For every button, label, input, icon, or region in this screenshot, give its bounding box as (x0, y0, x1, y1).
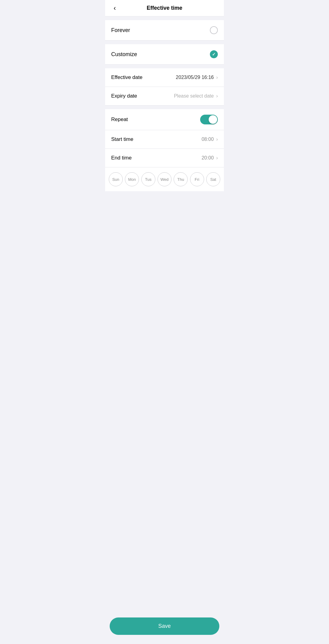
day-thu[interactable]: Thu (174, 172, 188, 186)
page-title: Effective time (147, 5, 182, 11)
day-sat[interactable]: Sat (206, 172, 220, 186)
save-button[interactable]: Save (110, 617, 219, 635)
repeat-row: Repeat (105, 109, 224, 130)
back-button[interactable]: ‹ (111, 4, 118, 13)
expiry-date-value[interactable]: Please select date › (174, 93, 218, 99)
days-row: Sun Mon Tus Wed Thu Fri Sat (105, 167, 224, 191)
day-wed-label: Wed (161, 177, 169, 182)
expiry-date-placeholder: Please select date (174, 93, 214, 99)
effective-date-chevron: › (216, 75, 218, 80)
day-wed[interactable]: Wed (157, 172, 172, 186)
start-time-text: 08:00 (202, 137, 214, 142)
start-time-label: Start time (111, 136, 133, 142)
start-time-row[interactable]: Start time 08:00 › (105, 130, 224, 149)
end-time-chevron: › (216, 155, 218, 161)
forever-label: Forever (111, 27, 130, 34)
forever-option[interactable]: Forever (105, 20, 224, 41)
effective-date-value[interactable]: 2023/05/29 16:16 › (176, 75, 218, 80)
section-gap-2 (105, 41, 224, 44)
effective-date-text: 2023/05/29 16:16 (176, 75, 214, 80)
expiry-date-label: Expiry date (111, 93, 137, 99)
expiry-date-row[interactable]: Expiry date Please select date › (105, 87, 224, 106)
end-time-row[interactable]: End time 20:00 › (105, 149, 224, 167)
header: ‹ Effective time (105, 0, 224, 16)
customize-option[interactable]: Customize (105, 44, 224, 65)
start-time-chevron: › (216, 137, 218, 142)
section-gap-3 (105, 65, 224, 68)
save-button-container: Save (110, 617, 219, 635)
day-tue[interactable]: Tus (141, 172, 155, 186)
section-gap-4 (105, 106, 224, 109)
end-time-text: 20:00 (202, 155, 214, 161)
day-sun-label: Sun (112, 177, 119, 182)
effective-date-row[interactable]: Effective date 2023/05/29 16:16 › (105, 68, 224, 87)
section-gap-1 (105, 16, 224, 20)
day-mon-label: Mon (128, 177, 136, 182)
expiry-date-chevron: › (216, 93, 218, 99)
forever-radio[interactable] (210, 26, 218, 34)
end-time-label: End time (111, 155, 132, 161)
effective-date-label: Effective date (111, 74, 143, 80)
repeat-toggle[interactable] (200, 115, 218, 124)
customize-label: Customize (111, 51, 137, 58)
day-tue-label: Tus (145, 177, 151, 182)
customize-radio[interactable] (210, 50, 218, 58)
day-fri[interactable]: Fri (190, 172, 204, 186)
bottom-area (105, 191, 224, 252)
day-sun[interactable]: Sun (109, 172, 123, 186)
start-time-value[interactable]: 08:00 › (202, 137, 218, 142)
day-sat-label: Sat (210, 177, 216, 182)
day-fri-label: Fri (195, 177, 199, 182)
day-mon[interactable]: Mon (125, 172, 139, 186)
toggle-knob (209, 115, 217, 124)
day-thu-label: Thu (177, 177, 184, 182)
end-time-value[interactable]: 20:00 › (202, 155, 218, 161)
repeat-label: Repeat (111, 116, 128, 123)
